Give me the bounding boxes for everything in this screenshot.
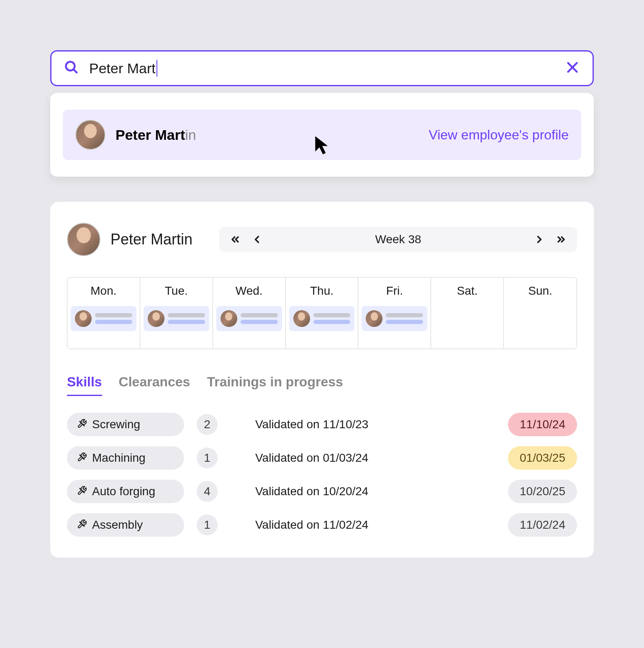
skill-badge[interactable]: Machining bbox=[67, 446, 184, 470]
tabs: Skills Clearances Trainings in progress bbox=[67, 374, 577, 396]
skill-expiry-badge: 01/03/25 bbox=[508, 446, 577, 470]
skill-name: Auto forging bbox=[92, 485, 155, 498]
skills-list: Screwing2Validated on 11/10/2311/10/24Ma… bbox=[67, 413, 577, 537]
avatar bbox=[67, 223, 100, 256]
skill-row: Assembly1Validated on 11/02/2411/02/24 bbox=[67, 513, 577, 537]
profile-name: Peter Martin bbox=[110, 231, 192, 248]
suggestion-left: Peter Martin bbox=[75, 120, 196, 150]
svg-line-1 bbox=[74, 69, 77, 73]
search-icon bbox=[64, 60, 79, 77]
tools-icon bbox=[77, 519, 87, 531]
tools-icon bbox=[77, 486, 87, 497]
search-suggestions: Peter Martin View employee's profile bbox=[50, 93, 594, 177]
day-cell[interactable]: Sat. bbox=[431, 278, 504, 349]
skill-badge[interactable]: Screwing bbox=[67, 413, 184, 436]
skill-validated-date: Validated on 10/20/24 bbox=[255, 485, 495, 498]
tab-skills[interactable]: Skills bbox=[67, 374, 102, 396]
search-bar[interactable]: Peter Mart bbox=[50, 50, 594, 86]
tab-trainings[interactable]: Trainings in progress bbox=[207, 374, 343, 396]
day-cell[interactable]: Tue. bbox=[140, 278, 213, 349]
day-label: Tue. bbox=[144, 284, 209, 298]
skill-row: Auto forging4Validated on 10/20/2410/20/… bbox=[67, 480, 577, 503]
event-placeholder bbox=[241, 313, 278, 324]
day-cell[interactable]: Wed. bbox=[213, 278, 286, 349]
suggestion-name: Peter Martin bbox=[115, 127, 196, 143]
view-profile-link[interactable]: View employee's profile bbox=[428, 127, 569, 143]
skill-name: Machining bbox=[92, 451, 146, 465]
skill-row: Screwing2Validated on 11/10/2311/10/24 bbox=[67, 413, 577, 436]
avatar bbox=[366, 310, 382, 327]
event-placeholder bbox=[95, 313, 132, 324]
day-cell[interactable]: Thu. bbox=[286, 278, 359, 349]
avatar bbox=[75, 310, 92, 327]
skill-expiry-badge: 11/02/24 bbox=[508, 513, 577, 537]
prev-fast-button[interactable] bbox=[229, 234, 241, 245]
next-button[interactable] bbox=[534, 234, 545, 245]
day-cell[interactable]: Sun. bbox=[504, 278, 577, 349]
week-navigator: Week 38 bbox=[219, 227, 577, 252]
skill-name: Screwing bbox=[92, 418, 140, 431]
tools-icon bbox=[77, 419, 87, 430]
avatar bbox=[293, 310, 310, 327]
skill-validated-date: Validated on 11/02/24 bbox=[255, 518, 495, 532]
avatar bbox=[75, 120, 105, 150]
day-event[interactable] bbox=[362, 306, 427, 331]
suggestion-match: Peter Mart bbox=[115, 127, 185, 143]
day-label: Mon. bbox=[71, 284, 136, 298]
skill-expiry-badge: 10/20/25 bbox=[508, 480, 577, 503]
day-event[interactable] bbox=[144, 306, 209, 331]
skill-count: 2 bbox=[197, 414, 218, 435]
next-fast-button[interactable] bbox=[555, 234, 567, 245]
event-placeholder bbox=[313, 313, 351, 324]
employee-profile-card: Peter Martin Week 38 bbox=[50, 202, 594, 558]
day-event[interactable] bbox=[289, 306, 355, 331]
suggestion-rest: in bbox=[185, 127, 196, 143]
skill-validated-date: Validated on 01/03/24 bbox=[255, 451, 495, 465]
event-placeholder bbox=[168, 313, 205, 324]
day-label: Thu. bbox=[289, 284, 355, 298]
skill-count: 4 bbox=[197, 481, 218, 502]
skill-row: Machining1Validated on 01/03/2401/03/25 bbox=[67, 446, 577, 470]
skill-expiry-badge: 11/10/24 bbox=[508, 413, 577, 436]
day-label: Sun. bbox=[507, 284, 573, 298]
event-placeholder bbox=[386, 313, 423, 324]
tab-clearances[interactable]: Clearances bbox=[119, 374, 190, 396]
day-label: Wed. bbox=[216, 284, 282, 298]
day-cell[interactable]: Fri. bbox=[358, 278, 431, 349]
day-cell[interactable]: Mon. bbox=[67, 278, 140, 349]
skill-count: 1 bbox=[197, 447, 218, 468]
tools-icon bbox=[77, 452, 87, 464]
week-label: Week 38 bbox=[273, 233, 523, 246]
day-label: Sat. bbox=[434, 284, 500, 298]
search-input-value: Peter Mart bbox=[89, 60, 156, 77]
skill-count: 1 bbox=[197, 514, 218, 535]
skill-validated-date: Validated on 11/10/23 bbox=[255, 418, 495, 431]
week-calendar: Mon.Tue.Wed.Thu.Fri.Sat.Sun. bbox=[67, 277, 577, 349]
avatar bbox=[148, 310, 164, 327]
skill-badge[interactable]: Auto forging bbox=[67, 480, 184, 503]
profile-header: Peter Martin Week 38 bbox=[67, 223, 577, 256]
search-input[interactable]: Peter Mart bbox=[89, 60, 555, 77]
mouse-cursor-icon bbox=[314, 135, 331, 156]
avatar bbox=[221, 310, 237, 327]
skill-name: Assembly bbox=[92, 518, 143, 532]
svg-point-0 bbox=[66, 62, 75, 71]
clear-search-button[interactable] bbox=[565, 60, 580, 77]
skill-badge[interactable]: Assembly bbox=[67, 513, 184, 537]
prev-button[interactable] bbox=[251, 234, 263, 245]
day-event[interactable] bbox=[216, 306, 282, 331]
day-event[interactable] bbox=[71, 306, 136, 331]
day-label: Fri. bbox=[362, 284, 427, 298]
text-cursor bbox=[157, 60, 157, 77]
